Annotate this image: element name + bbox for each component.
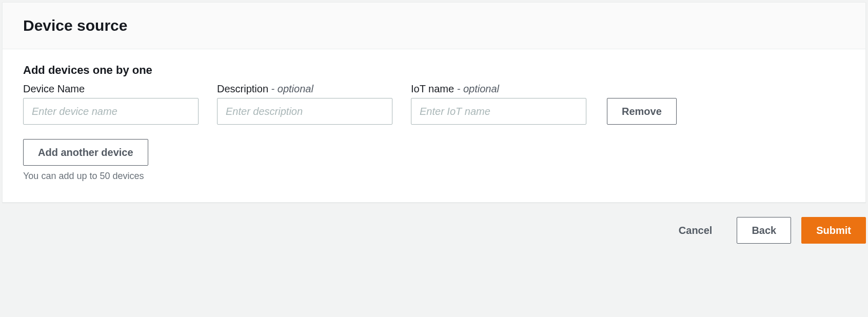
description-label: Description - optional [217,83,392,95]
iot-name-optional: - optional [454,83,499,94]
iot-name-label: IoT name - optional [411,83,586,95]
description-label-text: Description [217,83,268,94]
remove-button-wrap: Remove [607,98,677,125]
device-name-input[interactable] [23,98,199,125]
footer-actions: Cancel Back Submit [0,205,868,256]
device-name-label: Device Name [23,83,199,95]
add-another-section: Add another device You can add up to 50 … [23,139,845,182]
submit-button[interactable]: Submit [801,217,866,244]
panel-header: Device source [3,3,865,49]
panel-title: Device source [23,17,845,34]
remove-button[interactable]: Remove [607,98,677,125]
panel-body: Add devices one by one Device Name Descr… [3,49,865,202]
cancel-button[interactable]: Cancel [664,217,727,244]
device-name-field: Device Name [23,83,199,125]
iot-name-input[interactable] [411,98,586,125]
back-button[interactable]: Back [737,217,791,244]
max-devices-help: You can add up to 50 devices [23,171,845,182]
device-source-panel: Device source Add devices one by one Dev… [2,2,866,203]
description-optional: - optional [268,83,313,94]
iot-name-label-text: IoT name [411,83,454,94]
section-title: Add devices one by one [23,64,845,77]
add-another-device-button[interactable]: Add another device [23,139,148,166]
device-row: Device Name Description - optional IoT n… [23,83,845,125]
description-input[interactable] [217,98,392,125]
description-field: Description - optional [217,83,392,125]
iot-name-field: IoT name - optional [411,83,586,125]
